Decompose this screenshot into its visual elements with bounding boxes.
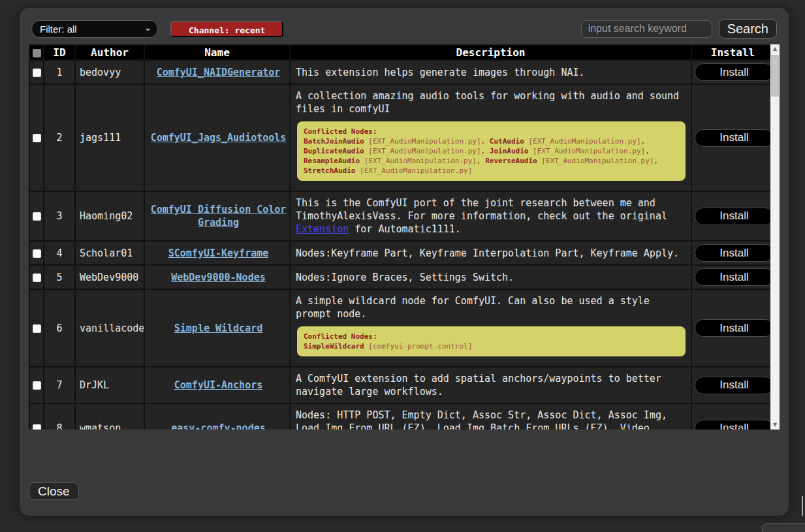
row-select-cell bbox=[29, 265, 44, 289]
row-id: 5 bbox=[44, 265, 75, 289]
scrollbar-thumb[interactable] bbox=[771, 55, 779, 97]
table-row: 3Haoming02ComfyUI Diffusion Color Gradin… bbox=[29, 191, 770, 241]
conflicted-nodes-warning: Conflicted Nodes:SimpleWildcard [comfyui… bbox=[297, 326, 686, 356]
search-input[interactable] bbox=[581, 20, 712, 38]
row-select-checkbox[interactable] bbox=[33, 324, 41, 333]
table-scrollbar[interactable]: ▲ ▼ bbox=[770, 44, 780, 430]
description-text: A collection amazing audio tools for wor… bbox=[296, 90, 679, 115]
search-button[interactable]: Search bbox=[719, 19, 777, 39]
extension-name-link[interactable]: ComfyUI_NAIDGenerator bbox=[157, 67, 281, 78]
toolbar: Filter: all ⌄ Channel: recent Search bbox=[29, 17, 780, 43]
row-description: A ComfyUI extension to add spatial ancho… bbox=[290, 367, 691, 403]
table-row: 1bedovyyComfyUI_NAIDGeneratorThis extens… bbox=[29, 60, 770, 84]
row-select-cell bbox=[29, 241, 44, 265]
description-external-link[interactable]: Extension bbox=[296, 223, 349, 235]
row-install-cell: Install bbox=[691, 367, 770, 403]
table-header-row: ID Author Name Description Install bbox=[29, 45, 770, 60]
install-button[interactable]: Install bbox=[695, 129, 770, 147]
table-row: 2jags111ComfyUI_Jags_AudiotoolsA collect… bbox=[29, 84, 770, 191]
scrollbar-up-arrow-icon[interactable]: ▲ bbox=[770, 44, 780, 54]
row-author: bedovyy bbox=[75, 60, 144, 84]
row-author: wmatson bbox=[75, 403, 144, 430]
row-author: jags111 bbox=[75, 84, 144, 191]
row-id: 7 bbox=[44, 367, 75, 403]
extension-name-link[interactable]: easy-comfy-nodes bbox=[171, 422, 266, 430]
extension-name-link[interactable]: ComfyUI Diffusion Color Grading bbox=[151, 204, 287, 228]
row-author: Haoming02 bbox=[75, 191, 144, 241]
select-all-checkbox[interactable] bbox=[33, 49, 41, 57]
row-author: DrJKL bbox=[75, 367, 144, 403]
close-button[interactable]: Close bbox=[29, 482, 79, 500]
install-button[interactable]: Install bbox=[695, 377, 770, 394]
conflict-node-source: [EXT_AudioManipulation.py] bbox=[364, 137, 481, 146]
install-button[interactable]: Install bbox=[695, 244, 770, 262]
header-select-all-cell bbox=[29, 45, 44, 60]
row-description: Nodes: HTTP POST, Empty Dict, Assoc Str,… bbox=[290, 403, 691, 430]
row-description: This extension helps generate images thr… bbox=[290, 60, 691, 84]
table-row: 8wmatsoneasy-comfy-nodesNodes: HTTP POST… bbox=[29, 403, 770, 430]
description-text: This extension helps generate images thr… bbox=[296, 67, 585, 78]
row-select-checkbox[interactable] bbox=[33, 381, 41, 390]
row-author: WebDev9000 bbox=[75, 265, 144, 289]
row-select-checkbox[interactable] bbox=[33, 212, 41, 221]
install-button[interactable]: Install bbox=[695, 268, 770, 286]
row-name-cell: ComfyUI_Jags_Audiotools bbox=[144, 84, 290, 191]
row-install-cell: Install bbox=[691, 403, 770, 430]
row-description: A simple wildcard node for ComfyUI. Can … bbox=[290, 289, 691, 367]
row-select-checkbox[interactable] bbox=[33, 134, 41, 142]
row-author: Scholar01 bbox=[75, 241, 144, 265]
row-select-checkbox[interactable] bbox=[33, 69, 41, 77]
row-select-cell bbox=[29, 403, 44, 430]
conflict-node-name: CutAudio bbox=[490, 137, 524, 146]
conflicted-nodes-title: Conflicted Nodes: bbox=[304, 127, 679, 136]
conflicted-nodes-title: Conflicted Nodes: bbox=[304, 332, 679, 341]
row-select-checkbox[interactable] bbox=[33, 424, 41, 430]
extension-name-link[interactable]: WebDev9000-Nodes bbox=[171, 272, 266, 283]
extension-name-link[interactable]: Simple Wildcard bbox=[174, 322, 262, 334]
custom-nodes-manager-dialog: Filter: all ⌄ Channel: recent Search bbox=[20, 8, 789, 516]
conflict-node-source: [EXT_AudioManipulation.py] bbox=[528, 147, 645, 155]
header-author: Author bbox=[75, 45, 144, 60]
row-select-checkbox[interactable] bbox=[33, 274, 41, 282]
row-name-cell: easy-comfy-nodes bbox=[144, 403, 290, 430]
extension-name-link[interactable]: ComfyUI-Anchors bbox=[174, 379, 262, 391]
row-name-cell: ComfyUI_NAIDGenerator bbox=[144, 60, 290, 84]
extension-name-link[interactable]: ComfyUI_Jags_Audiotools bbox=[151, 132, 287, 144]
install-button[interactable]: Install bbox=[695, 420, 770, 430]
description-text: Nodes:Ignore Braces, Settings Switch. bbox=[296, 272, 514, 283]
description-text: for Automatic1111. bbox=[349, 223, 461, 235]
row-select-checkbox[interactable] bbox=[33, 249, 41, 258]
row-name-cell: ComfyUI Diffusion Color Grading bbox=[144, 191, 290, 241]
row-select-cell bbox=[29, 84, 44, 191]
background-panel-corner bbox=[762, 523, 805, 532]
install-button[interactable]: Install bbox=[695, 208, 770, 225]
header-description: Description bbox=[290, 45, 691, 60]
description-text: A ComfyUI extension to add spatial ancho… bbox=[296, 373, 661, 398]
conflict-node-name: JoinAudio bbox=[490, 147, 529, 155]
install-button[interactable]: Install bbox=[695, 319, 770, 337]
description-text: This is the ComfyUI port of the joint re… bbox=[296, 197, 667, 222]
row-select-cell bbox=[29, 367, 44, 403]
conflict-node-name: SimpleWildcard bbox=[304, 342, 364, 351]
conflict-node-source: [EXT_AudioManipulation.py] bbox=[355, 166, 472, 175]
row-select-cell bbox=[29, 60, 44, 84]
row-install-cell: Install bbox=[691, 60, 770, 84]
conflicted-nodes-warning: Conflicted Nodes:BatchJoinAudio [EXT_Aud… bbox=[297, 121, 686, 181]
table-row: 6vanillacode⋯Simple WildcardA simple wil… bbox=[29, 289, 770, 367]
row-id: 2 bbox=[44, 84, 75, 191]
filter-select[interactable]: Filter: all bbox=[31, 20, 158, 38]
extension-name-link[interactable]: SComfyUI-Keyframe bbox=[168, 247, 269, 259]
header-id: ID bbox=[44, 45, 75, 60]
install-button[interactable]: Install bbox=[695, 63, 770, 81]
conflict-node-source: [EXT_AudioManipulation.py] bbox=[537, 157, 654, 165]
row-name-cell: SComfyUI-Keyframe bbox=[144, 241, 290, 265]
table-row: 5WebDev9000WebDev9000-NodesNodes:Ignore … bbox=[29, 265, 770, 289]
scrollbar-down-arrow-icon[interactable]: ▼ bbox=[770, 420, 780, 430]
description-text: Nodes:Keyframe Part, Keyframe Interpolat… bbox=[296, 247, 679, 259]
row-install-cell: Install bbox=[691, 191, 770, 241]
row-name-cell: Simple Wildcard bbox=[144, 289, 290, 367]
row-install-cell: Install bbox=[691, 265, 770, 289]
channel-badge[interactable]: Channel: recent bbox=[170, 21, 283, 37]
row-description: Nodes:Ignore Braces, Settings Switch. bbox=[290, 265, 691, 289]
custom-nodes-table: ID Author Name Description Install 1bedo… bbox=[29, 44, 770, 430]
